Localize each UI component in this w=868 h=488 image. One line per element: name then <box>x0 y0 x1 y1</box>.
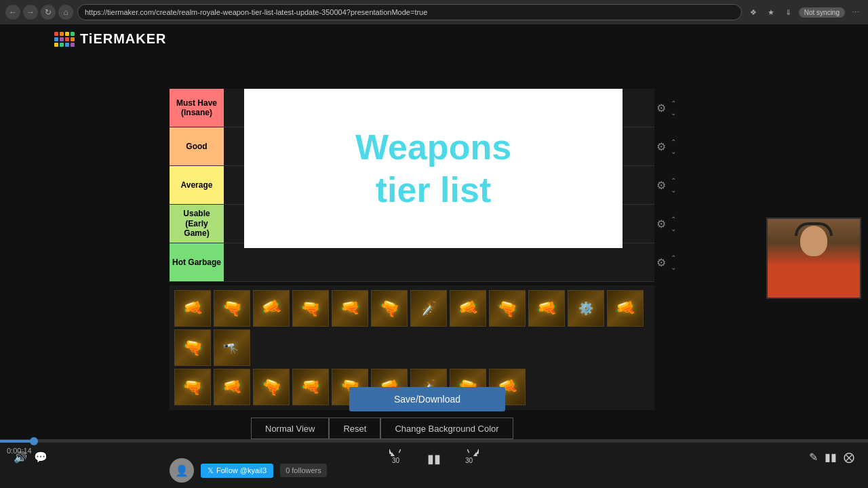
up-btn-d[interactable]: ⌃ <box>671 253 676 263</box>
weapon-row-1: 🔫 🔫 🔫 🔫 🔫 🔫 🗡️ 🔫 🔫 🔫 ⚙️ 🔫 🔫 🔭 <box>173 289 651 367</box>
nav-buttons: ← → ↻ ⌂ <box>5 5 73 20</box>
sound-button[interactable]: 🔊 <box>14 451 27 464</box>
presentation-slide: Weapons tier list <box>244 89 623 248</box>
action-buttons: Normal View Reset Change Background Colo… <box>251 418 513 439</box>
normal-view-button[interactable]: Normal View <box>251 418 329 439</box>
tier-label-b: Average <box>170 166 224 204</box>
pencil-button[interactable]: ✎ <box>809 451 818 464</box>
tiermaker-logo-text: TiERMAKER <box>80 31 167 47</box>
forward-button[interactable]: → <box>23 5 38 20</box>
svg-text:30: 30 <box>392 457 400 464</box>
refresh-button[interactable]: ↻ <box>41 5 56 20</box>
down-btn-a[interactable]: ⌄ <box>671 147 676 157</box>
arrow-group-b: ⌃ ⌄ <box>671 176 676 195</box>
tier-control-b: ⚙ ⌃ ⌄ <box>654 166 676 205</box>
arrow-group-c: ⌃ ⌄ <box>671 215 676 234</box>
webcam-person <box>768 219 860 298</box>
pause-button[interactable]: ▮▮ <box>423 448 445 470</box>
arrow-group-d: ⌃ ⌄ <box>671 253 676 272</box>
avatar-area: 👤 𝕏 Follow @kyail3 0 followers <box>170 458 327 483</box>
weapon-item[interactable]: 🗡️ <box>410 290 447 327</box>
tier-label-s: Must Have(Insane) <box>170 89 224 127</box>
tier-control-c: ⚙ ⌃ ⌄ <box>654 205 676 243</box>
tier-control-s: ⚙ ⌃ ⌄ <box>654 89 676 127</box>
weapon-item[interactable]: 🔫 <box>607 290 644 327</box>
change-bg-color-button[interactable]: Change Background Color <box>380 418 513 439</box>
gear-btn-c[interactable]: ⚙ <box>654 218 668 230</box>
forward-button[interactable]: 30 <box>458 448 480 470</box>
weapon-item[interactable]: 🔫 <box>292 369 329 405</box>
reset-button[interactable]: Reset <box>329 418 380 439</box>
video-controls: 30 ▮▮ 30 <box>388 448 480 470</box>
address-bar[interactable]: https://tiermaker.com/create/realm-royal… <box>77 4 742 20</box>
down-btn-c[interactable]: ⌄ <box>671 224 676 234</box>
save-download-button[interactable]: Save/Download <box>349 387 505 411</box>
gear-btn-d[interactable]: ⚙ <box>654 256 668 269</box>
weapon-item[interactable]: 🔫 <box>174 369 211 405</box>
up-btn-a[interactable]: ⌃ <box>671 138 676 147</box>
download-btn[interactable]: ⇓ <box>781 5 796 20</box>
url-text: https://tiermaker.com/create/realm-royal… <box>85 8 427 16</box>
gear-btn-a[interactable]: ⚙ <box>654 140 668 153</box>
weapon-item[interactable]: 🔫 <box>174 329 211 366</box>
video-bar: 0:00:14 🔊 💬 👤 𝕏 Follow @kyail3 0 followe… <box>0 439 868 488</box>
star-btn[interactable]: ★ <box>764 5 778 20</box>
weapon-item[interactable]: 🔫 <box>214 290 250 327</box>
up-btn-b[interactable]: ⌃ <box>671 176 676 186</box>
fullscreen-button[interactable]: ⨂ <box>844 451 854 464</box>
slide-title-line1: Weapons <box>355 126 511 168</box>
tier-control-d: ⚙ ⌃ ⌄ <box>654 243 676 282</box>
webcam-headphones <box>795 222 833 236</box>
avatar: 👤 <box>170 458 194 483</box>
followers-badge: 0 followers <box>280 464 327 477</box>
captions-button[interactable]: ▮▮ <box>825 451 837 464</box>
right-control-buttons: ✎ ▮▮ ⨂ <box>809 451 854 464</box>
browser-bar: ← → ↻ ⌂ https://tiermaker.com/create/rea… <box>0 0 868 24</box>
follow-label: Follow @kyail3 <box>216 466 267 474</box>
tier-row-d: Hot Garbage <box>170 243 654 282</box>
extensions-btn[interactable]: ❖ <box>746 5 761 20</box>
weapon-item[interactable]: 🔫 <box>332 290 368 327</box>
down-btn-s[interactable]: ⌄ <box>671 108 676 118</box>
tier-label-c: Usable(Early Game) <box>170 205 224 243</box>
profile-button[interactable]: Not syncing <box>799 7 845 18</box>
tier-controls: ⚙ ⌃ ⌄ ⚙ ⌃ ⌄ ⚙ ⌃ ⌄ ⚙ ⌃ ⌄ <box>654 89 676 282</box>
menu-btn[interactable]: ⋯ <box>848 5 863 20</box>
up-btn-s[interactable]: ⌃ <box>671 99 676 108</box>
weapon-item[interactable]: 🔫 <box>253 369 290 405</box>
twitter-icon: 𝕏 <box>208 466 214 475</box>
tier-label-a: Good <box>170 127 224 165</box>
weapon-item[interactable]: 🔫 <box>253 290 290 327</box>
weapon-item[interactable]: 🔫 <box>292 290 329 327</box>
main-content: TiERMAKER Must Have(Insane) Good Average… <box>0 24 868 439</box>
arrow-group-a: ⌃ ⌄ <box>671 138 676 157</box>
rewind-button[interactable]: 30 <box>388 448 410 470</box>
progress-dot <box>30 437 38 445</box>
up-btn-c[interactable]: ⌃ <box>671 215 676 224</box>
progress-bar-fill <box>0 440 35 443</box>
arrow-group-s: ⌃ ⌄ <box>671 99 676 118</box>
slide-title: Weapons tier list <box>355 126 511 211</box>
weapon-item[interactable]: 🔫 <box>450 290 486 327</box>
follow-button[interactable]: 𝕏 Follow @kyail3 <box>201 464 273 478</box>
gear-btn-b[interactable]: ⚙ <box>654 179 668 192</box>
weapon-item[interactable]: 🔫 <box>489 290 526 327</box>
gear-btn-s[interactable]: ⚙ <box>654 102 668 115</box>
progress-bar-container[interactable] <box>0 440 868 443</box>
chat-button[interactable]: 💬 <box>34 451 47 464</box>
weapon-item[interactable]: 🔫 <box>528 290 565 327</box>
tier-control-a: ⚙ ⌃ ⌄ <box>654 127 676 166</box>
weapon-item[interactable]: ⚙️ <box>568 290 604 327</box>
tiermaker-header: TiERMAKER <box>54 31 167 47</box>
weapon-item[interactable]: 🔭 <box>214 329 250 366</box>
weapon-item[interactable]: 🔫 <box>371 290 408 327</box>
down-btn-b[interactable]: ⌄ <box>671 186 676 195</box>
back-button[interactable]: ← <box>5 5 20 20</box>
down-btn-d[interactable]: ⌄ <box>671 263 676 272</box>
browser-actions: ❖ ★ ⇓ Not syncing ⋯ <box>746 5 863 20</box>
svg-text:30: 30 <box>465 457 473 464</box>
weapon-item[interactable]: 🔫 <box>174 290 211 327</box>
logo-grid <box>54 32 75 47</box>
home-button[interactable]: ⌂ <box>58 5 73 20</box>
weapon-item[interactable]: 🔫 <box>214 369 250 405</box>
